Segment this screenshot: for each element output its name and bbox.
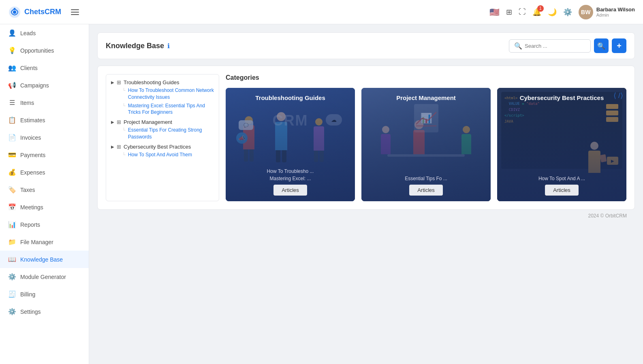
sidebar-label-taxes: Taxes: [20, 187, 35, 193]
tree-line: └: [122, 103, 126, 108]
card-bottom-troubleshooting: How To Troublesho ... Mastering Excel: .…: [226, 165, 355, 201]
tree-category-project-mgmt: ▶ ⊞ Project Management └ Essential Tips …: [111, 119, 214, 140]
tree-category-header-troubleshooting[interactable]: ▶ ⊞ Troubleshooting Guides: [111, 79, 214, 85]
logo[interactable]: ChetsCRM: [8, 6, 61, 19]
sidebar-label-clients: Clients: [20, 65, 38, 71]
estimates-icon: 📋: [8, 116, 16, 124]
sidebar-item-settings[interactable]: ⚙️ Settings: [0, 303, 89, 320]
articles-button-project-management[interactable]: Articles: [409, 185, 443, 196]
search-button[interactable]: 🔍: [594, 38, 609, 53]
user-profile[interactable]: BW Barbara Wilson Admin: [579, 5, 635, 19]
category-card-troubleshooting[interactable]: CRM: [226, 88, 355, 201]
dark-mode-icon[interactable]: 🌙: [548, 8, 557, 17]
expand-icon[interactable]: ⛶: [519, 8, 526, 16]
user-name: Barbara Wilson: [596, 6, 635, 13]
sidebar-label-estimates: Estimates: [20, 117, 45, 123]
apps-icon[interactable]: ⊞: [506, 8, 512, 17]
sidebar-item-estimates[interactable]: 📋 Estimates: [0, 111, 89, 129]
sidebar-item-billing[interactable]: 🧾 Billing: [0, 285, 89, 303]
svg-point-2: [14, 8, 16, 10]
add-button[interactable]: +: [612, 38, 626, 53]
clients-icon: 👥: [8, 64, 16, 72]
page-title: Knowledge Base: [106, 42, 164, 50]
tree-item-label-0-1: Mastering Excel: Essential Tips And Tric…: [128, 102, 214, 116]
sidebar-label-billing: Billing: [20, 291, 35, 298]
notifications-button[interactable]: 🔔 1: [532, 8, 541, 17]
tree-item-0-1[interactable]: └ Mastering Excel: Essential Tips And Tr…: [122, 102, 214, 116]
category-card-cybersecurity[interactable]: <html> VALUE = "data" CDIVZ </script> JA…: [497, 88, 626, 201]
tree-item-label-1-0: Essential Tips For Creating Strong Passw…: [128, 127, 214, 140]
tree-items-project-mgmt: └ Essential Tips For Creating Strong Pas…: [111, 127, 214, 140]
expand-icon-project-mgmt: ▶: [111, 120, 114, 124]
campaigns-icon: 📢: [8, 81, 16, 89]
footer-text: 2024 © OrbitCRM: [588, 213, 627, 219]
tree-category-header-project-mgmt[interactable]: ▶ ⊞ Project Management: [111, 119, 214, 125]
tree-category-cybersecurity: ▶ ⊞ Cybersecurity Best Practices └ How T…: [111, 144, 214, 158]
sidebar-label-expenses: Expenses: [20, 169, 45, 176]
page-actions: 🔍 🔍 +: [509, 38, 626, 53]
tree-item-1-0[interactable]: └ Essential Tips For Creating Strong Pas…: [122, 127, 214, 140]
sidebar-item-campaigns[interactable]: 📢 Campaigns: [0, 77, 89, 94]
info-icon[interactable]: ℹ: [167, 42, 170, 50]
sidebar-item-items[interactable]: ☰ Items: [0, 94, 89, 111]
sidebar-label-module-generator: Module Generator: [20, 274, 66, 280]
file-manager-icon: 📁: [8, 238, 16, 246]
sidebar-item-opportunities[interactable]: 💡 Opportunities: [0, 42, 89, 59]
sidebar-item-meetings[interactable]: 📅 Meetings: [0, 198, 89, 216]
sidebar-item-file-manager[interactable]: 📁 File Manager: [0, 233, 89, 251]
avatar: BW: [579, 5, 593, 19]
sidebar-label-meetings: Meetings: [20, 204, 43, 211]
expenses-icon: 💰: [8, 168, 16, 176]
sidebar-item-knowledge-base[interactable]: 📖 Knowledge Base: [0, 251, 89, 268]
sidebar-item-payments[interactable]: 💳 Payments: [0, 146, 89, 164]
category-card-project-management[interactable]: 📊 Project Manage: [361, 88, 491, 201]
module-generator-icon: ⚙️: [8, 273, 16, 281]
leads-icon: 👤: [8, 29, 16, 37]
sidebar-item-module-generator[interactable]: ⚙️ Module Generator: [0, 268, 89, 285]
tree-item-label-0-0: How To Troubleshoot Common Network Conne…: [128, 87, 214, 101]
content-card: ▶ ⊞ Troubleshooting Guides └ How To Trou…: [97, 66, 635, 210]
sidebar-item-taxes[interactable]: 🏷️ Taxes: [0, 181, 89, 198]
sidebar-label-file-manager: File Manager: [20, 239, 53, 245]
billing-icon: 🧾: [8, 290, 16, 298]
sidebar: 👤 Leads 💡 Opportunities 👥 Clients 📢 Camp…: [0, 24, 89, 364]
articles-button-cybersecurity[interactable]: Articles: [545, 185, 579, 196]
tree-category-header-cybersecurity[interactable]: ▶ ⊞ Cybersecurity Best Practices: [111, 144, 214, 150]
notification-badge: 1: [537, 5, 544, 12]
card-title-cybersecurity: Cybersecurity Best Practices: [497, 94, 626, 101]
language-flag[interactable]: 🇺🇸: [489, 7, 500, 17]
top-header: ChetsCRM 🇺🇸 ⊞ ⛶ 🔔 1 🌙 ⚙️ BW Barbara Wils…: [0, 0, 643, 24]
tree-category-troubleshooting: ▶ ⊞ Troubleshooting Guides └ How To Trou…: [111, 79, 214, 116]
sidebar-item-leads[interactable]: 👤 Leads: [0, 24, 89, 42]
taxes-icon: 🏷️: [8, 186, 16, 194]
sidebar-label-knowledge-base: Knowledge Base: [20, 256, 63, 263]
categories-grid: CRM: [226, 88, 626, 201]
card-article1-pm: Essential Tips Fo ...: [366, 176, 486, 181]
category-icon-project-mgmt: ⊞: [117, 119, 121, 125]
sidebar-label-items: Items: [20, 100, 34, 106]
opportunities-icon: 💡: [8, 47, 16, 54]
sidebar-item-expenses[interactable]: 💰 Expenses: [0, 164, 89, 181]
sidebar-item-reports[interactable]: 📊 Reports: [0, 216, 89, 233]
expand-icon-cybersecurity: ▶: [111, 145, 114, 149]
tree-cat-label-troubleshooting: Troubleshooting Guides: [124, 79, 179, 85]
tree-line: └: [122, 88, 126, 93]
tree-cat-label-cybersecurity: Cybersecurity Best Practices: [124, 144, 191, 150]
tree-item-0-0[interactable]: └ How To Troubleshoot Common Network Con…: [122, 87, 214, 101]
meetings-icon: 📅: [8, 203, 16, 211]
category-icon-troubleshooting: ⊞: [117, 79, 121, 85]
page-title-wrap: Knowledge Base ℹ: [106, 42, 170, 50]
search-input[interactable]: [525, 43, 585, 49]
articles-button-troubleshooting[interactable]: Articles: [273, 185, 307, 196]
svg-point-1: [13, 11, 16, 14]
tree-item-2-0[interactable]: └ How To Spot And Avoid Them: [122, 151, 214, 158]
search-icon: 🔍: [514, 42, 522, 50]
card-title-troubleshooting: Troubleshooting Guides: [226, 94, 355, 101]
tree-item-label-2-0: How To Spot And Avoid Them: [128, 151, 192, 158]
tree-cat-label-project-mgmt: Project Management: [124, 119, 172, 125]
sidebar-item-invoices[interactable]: 📄 Invoices: [0, 129, 89, 146]
settings-icon[interactable]: ⚙️: [563, 8, 572, 17]
sidebar-item-clients[interactable]: 👥 Clients: [0, 59, 89, 77]
hamburger-button[interactable]: [69, 8, 81, 17]
sidebar-label-payments: Payments: [20, 152, 45, 158]
